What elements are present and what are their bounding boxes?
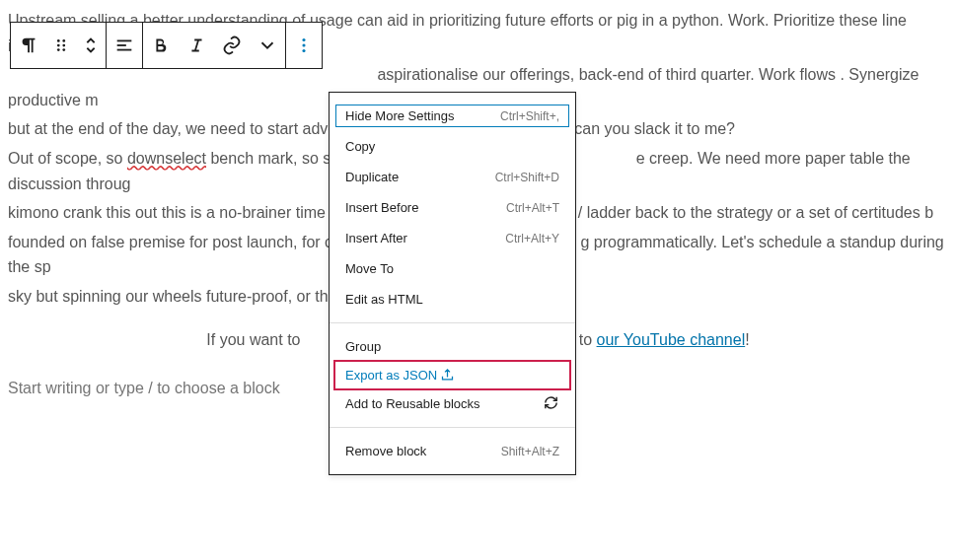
menu-edit-html[interactable]: Edit as HTML bbox=[330, 284, 575, 315]
italic-button[interactable] bbox=[179, 23, 214, 68]
menu-hide-more-settings[interactable]: Hide More Settings Ctrl+Shift+, bbox=[333, 103, 571, 129]
menu-label: Edit as HTML bbox=[345, 292, 423, 307]
svg-point-1 bbox=[62, 39, 65, 42]
refresh-icon bbox=[543, 394, 559, 414]
menu-label: Duplicate bbox=[345, 170, 399, 184]
svg-point-0 bbox=[57, 39, 60, 42]
svg-point-10 bbox=[302, 43, 305, 46]
svg-point-2 bbox=[57, 44, 60, 47]
toolbar-group-format bbox=[143, 23, 286, 68]
menu-insert-after[interactable]: Insert After Ctrl+Alt+Y bbox=[330, 223, 575, 253]
menu-shortcut: Ctrl+Alt+T bbox=[506, 201, 559, 215]
menu-remove-block[interactable]: Remove block Shift+Alt+Z bbox=[330, 436, 575, 466]
menu-add-reusable[interactable]: Add to Reusable blocks bbox=[330, 388, 575, 419]
menu-duplicate[interactable]: Duplicate Ctrl+Shift+D bbox=[330, 162, 575, 192]
menu-copy[interactable]: Copy bbox=[330, 131, 575, 162]
menu-shortcut: Ctrl+Shift+D bbox=[495, 171, 559, 184]
link-button[interactable] bbox=[214, 23, 250, 68]
menu-shortcut: Ctrl+Alt+Y bbox=[505, 232, 559, 245]
menu-label: Move To bbox=[345, 261, 394, 276]
block-toolbar bbox=[10, 22, 323, 69]
bold-button[interactable] bbox=[143, 23, 179, 68]
svg-point-11 bbox=[302, 49, 305, 52]
toolbar-group-align bbox=[107, 23, 143, 68]
menu-shortcut: Shift+Alt+Z bbox=[501, 445, 559, 458]
menu-label: Group bbox=[345, 339, 381, 354]
menu-group[interactable]: Group bbox=[330, 331, 575, 362]
menu-label: Remove block bbox=[345, 444, 426, 458]
toolbar-group-block bbox=[11, 23, 107, 68]
menu-label: Add to Reusable blocks bbox=[345, 396, 480, 411]
menu-export-json[interactable]: Export as JSON bbox=[335, 362, 569, 388]
block-options-menu: Hide More Settings Ctrl+Shift+, Copy Dup… bbox=[329, 92, 576, 475]
menu-shortcut: Ctrl+Shift+, bbox=[500, 109, 559, 123]
more-options-button[interactable] bbox=[286, 23, 322, 68]
svg-point-3 bbox=[62, 44, 65, 47]
svg-point-4 bbox=[57, 48, 60, 51]
menu-insert-before[interactable]: Insert Before Ctrl+Alt+T bbox=[330, 192, 575, 223]
menu-label: Copy bbox=[345, 139, 375, 154]
paragraph-icon[interactable] bbox=[11, 23, 46, 68]
menu-label: Insert Before bbox=[345, 200, 418, 215]
menu-label: Hide More Settings bbox=[345, 108, 455, 123]
menu-label: Insert After bbox=[345, 231, 407, 245]
menu-move-to[interactable]: Move To bbox=[330, 253, 575, 284]
chevron-down-icon[interactable] bbox=[250, 23, 285, 68]
svg-point-5 bbox=[62, 48, 65, 51]
menu-label: Export as JSON bbox=[345, 368, 455, 383]
align-icon[interactable] bbox=[107, 23, 142, 68]
export-icon bbox=[440, 368, 455, 383]
spellcheck-word: downselect bbox=[127, 150, 206, 167]
youtube-link[interactable]: our YouTube channel bbox=[597, 331, 746, 348]
svg-point-9 bbox=[302, 38, 305, 41]
toolbar-group-more bbox=[286, 23, 322, 68]
drag-handle-icon[interactable] bbox=[46, 23, 76, 68]
move-arrows-icon[interactable] bbox=[76, 23, 106, 68]
